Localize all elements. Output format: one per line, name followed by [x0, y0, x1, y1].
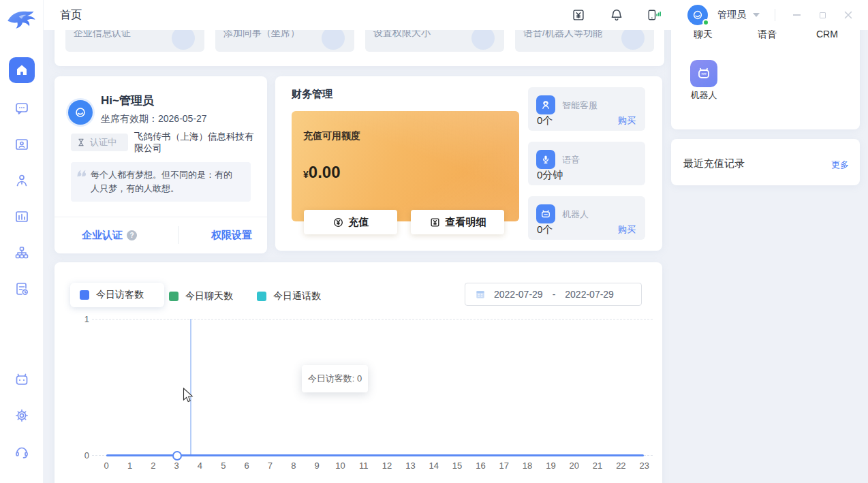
x-axis-label: 21	[586, 461, 609, 471]
profile-card: Hi~管理员 坐席有效期：2026-05-27 认证中 飞鸽传书（上海）信息科技…	[55, 76, 267, 253]
hover-data-point[interactable]	[172, 451, 182, 461]
decorative-circle	[471, 27, 495, 50]
chart-tooltip: 今日访客数: 0	[302, 365, 368, 392]
legend-swatch	[257, 292, 266, 301]
balance-panel: 充值可用额度 ¥0.00 充值 查看明细	[292, 111, 519, 221]
recharge-button[interactable]: 充值	[304, 210, 397, 234]
x-axis-label: 4	[188, 461, 211, 471]
recharge-records-title: 最近充值记录	[683, 157, 745, 170]
user-avatar[interactable]	[687, 5, 708, 25]
top-bar-actions: 管理员	[570, 5, 868, 25]
sidebar-item-chat[interactable]	[9, 95, 35, 121]
x-axis-label: 5	[212, 461, 235, 471]
x-axis-label: 22	[609, 461, 632, 471]
sidebar-item-robot[interactable]	[9, 367, 35, 392]
x-axis-label: 10	[328, 461, 352, 471]
quote-mark-icon	[76, 170, 87, 178]
microphone-icon	[536, 150, 555, 169]
sidebar-item-statistics[interactable]	[9, 204, 35, 230]
sidebar-item-organization[interactable]	[9, 240, 35, 266]
tab-chat[interactable]: 聊天	[694, 29, 713, 41]
recharge-records-card: 最近充值记录 更多	[671, 139, 860, 185]
auth-status-badge: 认证中	[71, 134, 128, 151]
page-title: 首页	[60, 8, 82, 22]
x-axis-label: 15	[446, 461, 469, 471]
buy-link[interactable]: 购买	[618, 114, 636, 127]
id-card-icon	[14, 136, 30, 153]
phone-signal-icon[interactable]	[645, 7, 662, 23]
x-axis-label: 13	[399, 461, 422, 471]
minimize-button[interactable]	[788, 6, 805, 24]
legend-today-calls[interactable]: 今日通话数	[257, 290, 321, 302]
close-button[interactable]	[839, 6, 857, 24]
x-axis-label: 20	[563, 461, 586, 471]
headset-person-icon	[73, 105, 88, 120]
more-link[interactable]: 更多	[831, 159, 849, 171]
robot-app-icon[interactable]	[690, 60, 717, 87]
yuan-box-icon	[429, 217, 441, 228]
legend-swatch	[169, 292, 179, 301]
profile-greeting: Hi~管理员	[101, 93, 154, 108]
visitors-series-line[interactable]	[106, 454, 644, 456]
x-axis-label: 18	[516, 461, 539, 471]
divider	[775, 9, 775, 21]
tab-voice[interactable]: 语音	[758, 29, 777, 41]
chevron-down-icon[interactable]	[753, 13, 760, 17]
decorative-circle	[172, 27, 195, 50]
x-axis-label: 11	[352, 461, 375, 471]
x-axis-label: 0	[95, 461, 118, 471]
legend-swatch	[80, 290, 89, 300]
top-bar: 首页	[44, 0, 868, 30]
date-start: 2022-07-29	[494, 289, 543, 300]
x-axis-label: 19	[539, 461, 562, 471]
x-axis-label: 8	[282, 461, 305, 471]
x-axis-label: 17	[493, 461, 516, 471]
sidebar-item-home[interactable]	[9, 57, 35, 83]
hourglass-icon	[76, 138, 86, 147]
agent-person-icon	[14, 172, 30, 189]
billing-icon[interactable]	[570, 7, 587, 23]
currency-symbol: ¥	[303, 169, 309, 180]
x-axis-label: 23	[633, 461, 656, 471]
auth-status-text: 认证中	[90, 136, 117, 149]
x-axis-label: 2	[142, 461, 165, 471]
mouse-cursor	[183, 388, 194, 404]
decorative-circle	[621, 27, 645, 50]
notification-bell-icon[interactable]	[608, 7, 625, 23]
maximize-button[interactable]	[813, 6, 831, 24]
gridline	[92, 319, 653, 320]
balance-label: 充值可用额度	[303, 130, 360, 142]
permission-settings-link[interactable]: 权限设置	[211, 229, 252, 242]
robot-app-label: 机器人	[677, 89, 731, 102]
stat-box-voice: 语音 0分钟	[528, 142, 645, 185]
yuan-circle-icon	[332, 217, 344, 228]
smart-service-icon	[536, 95, 555, 114]
user-name[interactable]: 管理员	[717, 9, 746, 21]
legend-today-chats[interactable]: 今日聊天数	[169, 290, 233, 302]
sidebar-item-settings[interactable]	[9, 403, 35, 429]
stat-box-smart-service: 智能客服 0个 购买	[528, 87, 645, 131]
robot-face-icon	[536, 204, 555, 223]
document-clock-icon	[14, 281, 30, 297]
tab-crm[interactable]: CRM	[816, 29, 838, 40]
decorative-circle	[322, 27, 345, 50]
enterprise-auth-link[interactable]: 企业认证 ?	[82, 229, 137, 242]
view-details-button[interactable]: 查看明细	[411, 210, 504, 234]
sidebar-item-agents[interactable]	[9, 168, 35, 193]
statistics-chart-card: 今日访客数 今日聊天数 今日通话数 2022-07-29 - 2022-07-2…	[55, 262, 662, 483]
chat-icon	[14, 100, 30, 116]
online-status-dot	[702, 19, 709, 26]
date-range-picker[interactable]: 2022-07-29 - 2022-07-29	[465, 283, 642, 306]
sidebar-item-support[interactable]	[9, 439, 35, 465]
x-axis-label: 16	[469, 461, 492, 471]
help-question-icon[interactable]: ?	[127, 230, 137, 240]
buy-link[interactable]: 购买	[618, 223, 636, 236]
gear-icon	[14, 407, 30, 424]
sidebar-item-contacts[interactable]	[9, 131, 35, 157]
home-icon	[14, 62, 30, 78]
quote-box: 每个人都有梦想。但不同的是：有的人只梦，有的人敢想。	[71, 162, 251, 202]
legend-today-visitors[interactable]: 今日访客数	[70, 283, 164, 307]
app-logo-bird-icon	[5, 7, 38, 34]
bar-chart-icon	[14, 208, 30, 225]
sidebar-item-records[interactable]	[9, 276, 35, 302]
